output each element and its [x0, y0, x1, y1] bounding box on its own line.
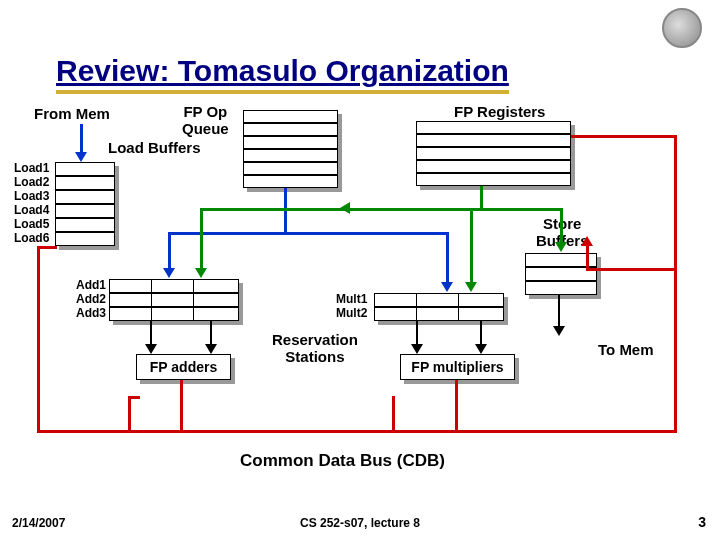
load-row-1: Load1	[14, 162, 49, 175]
add-row-1: Add1	[76, 279, 106, 292]
cdb-label: Common Data Bus (CDB)	[240, 452, 445, 471]
load-row-3: Load3	[14, 190, 49, 203]
mult-rs-stack	[374, 293, 504, 321]
add-row-2: Add2	[76, 293, 106, 306]
load-row-4: Load4	[14, 204, 49, 217]
institution-seal-icon	[662, 8, 702, 48]
arrow-frommem-loadbuf	[80, 124, 83, 154]
load-buffers-label: Load Buffers	[108, 140, 201, 157]
add-rs-stack	[109, 279, 239, 321]
reservation-stations-label: Reservation Stations	[272, 332, 358, 365]
fp-op-queue-label: FP Op Queue	[182, 104, 229, 137]
add-row-3: Add3	[76, 307, 106, 320]
load-row-2: Load2	[14, 176, 49, 189]
fp-op-queue-line1: FP Op	[183, 103, 227, 120]
load-row-5: Load5	[14, 218, 49, 231]
fp-op-queue-line2: Queue	[182, 120, 229, 137]
cdb-bus	[37, 430, 677, 433]
mult-row-1: Mult1	[336, 293, 367, 306]
slide-title: Review: Tomasulo Organization	[56, 54, 509, 94]
footer-page: 3	[698, 514, 706, 530]
fp-op-queue-stack	[243, 110, 338, 188]
from-mem-label: From Mem	[34, 106, 110, 123]
fp-registers-label: FP Registers	[454, 104, 545, 121]
fp-adders-box: FP adders	[136, 354, 231, 380]
mult-row-2: Mult2	[336, 307, 367, 320]
footer-date: 2/14/2007	[12, 516, 65, 530]
load-row-6: Load6	[14, 232, 49, 245]
to-mem-label: To Mem	[598, 342, 654, 359]
load-buffers-stack	[55, 162, 115, 246]
fp-multipliers-box: FP multipliers	[400, 354, 515, 380]
fp-registers-stack	[416, 121, 571, 186]
footer-course: CS 252-s07, lecture 8	[300, 516, 420, 530]
